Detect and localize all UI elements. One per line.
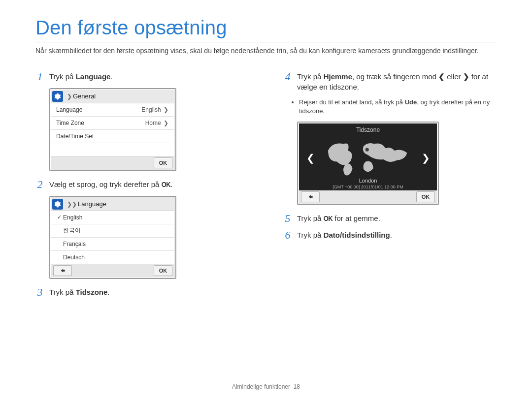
menu-item-value: English <box>141 106 161 113</box>
gear-icon <box>52 199 63 210</box>
menu-item-value: Home <box>145 120 161 126</box>
step-text: Tryk på <box>49 72 76 81</box>
option-label: Deutsch <box>63 254 85 261</box>
chevron-left-icon: ❮ <box>438 72 445 81</box>
map-area[interactable]: Tidszone ❮ ❯ London [GMT +00:00] 201 <box>299 123 437 190</box>
step-text: Tryk på <box>297 72 324 81</box>
step-number: 5 <box>283 213 292 224</box>
chevron-right-icon: ❯ <box>164 120 168 126</box>
menu-item-label: Language <box>56 106 82 113</box>
option-english[interactable]: ✓ English <box>51 211 174 224</box>
step-text: Tryk på <box>297 214 324 222</box>
step-2: 2 Vælg et sprog, og tryk derefter på OK. <box>35 179 249 190</box>
intro-text: Når skærmbilledet for den første opsætni… <box>35 46 497 56</box>
city-label: London <box>299 178 437 184</box>
screenshot-timezone-map: Tidszone ❮ ❯ London [GMT +00:00] 201 <box>297 122 439 205</box>
menu-footer: OK <box>299 190 437 203</box>
check-icon: ✓ <box>57 214 63 220</box>
page-title: Den første opsætning <box>35 17 497 42</box>
footer-chapter: Almindelige funktioner <box>232 383 290 390</box>
gear-icon <box>52 91 63 102</box>
svg-point-0 <box>366 148 369 152</box>
option-francais[interactable]: Français <box>51 238 174 251</box>
map-title: Tidszone <box>299 123 437 133</box>
step-number: 2 <box>35 179 44 190</box>
ok-glyph: OK <box>162 180 171 190</box>
ok-button[interactable]: OK <box>416 191 435 202</box>
step-number: 3 <box>35 287 44 298</box>
menu-item-timezone[interactable]: Time Zone Home ❯ <box>51 117 174 130</box>
step-1: 1 Tryk på Language. <box>35 71 249 82</box>
footer-page-number: 18 <box>294 383 300 390</box>
breadcrumb-chevron-icon: ❯ <box>67 93 72 100</box>
page-footer: Almindelige funktioner 18 <box>0 383 532 390</box>
step-text: . <box>110 72 112 81</box>
step-5: 5 Tryk på OK for at gemme. <box>283 213 497 224</box>
step-6: 6 Tryk på Dato/tidsindstilling. <box>283 230 497 241</box>
step-text: for at gemme. <box>332 214 380 222</box>
step-text: . <box>390 231 392 239</box>
step-text: Vælg et sprog, og tryk derefter på <box>49 180 162 188</box>
screenshot-language-list: ❯❯ Language ✓ English 한국어 Français <box>49 196 176 279</box>
step-text: , og træk så fingeren mod <box>352 72 438 81</box>
step-text: . <box>107 288 109 296</box>
menu-item-label: Time Zone <box>56 120 84 126</box>
note-text: Rejser du til et andet land, så tryk på <box>299 98 405 106</box>
ok-button[interactable]: OK <box>154 157 172 168</box>
world-map-icon <box>324 137 412 182</box>
option-deutsch[interactable]: Deutsch <box>51 251 174 264</box>
breadcrumb: General <box>73 93 96 100</box>
map-prev-button[interactable]: ❮ <box>304 149 317 167</box>
step-bold: Language <box>76 72 111 81</box>
option-korean[interactable]: 한국어 <box>51 224 174 238</box>
menu-item-datetime[interactable]: Date/Time Set <box>51 130 174 143</box>
map-next-button[interactable]: ❯ <box>419 149 432 167</box>
option-label: English <box>63 214 82 221</box>
chevron-right-icon: ❯ <box>463 72 469 81</box>
step-bold: Hjemme <box>324 72 352 81</box>
step-number: 1 <box>35 71 44 82</box>
step-number: 6 <box>283 230 292 241</box>
step-text: Tryk på <box>49 288 76 296</box>
timezone-meta: [GMT +00:00] 2011/01/01 12:00 PM <box>299 185 437 189</box>
menu-footer: OK <box>51 264 174 277</box>
menu-item-language[interactable]: Language English ❯ <box>51 103 174 117</box>
back-button[interactable] <box>53 265 72 276</box>
step-bold: Tidszone <box>76 288 108 296</box>
ok-button[interactable]: OK <box>154 265 172 276</box>
step-text: . <box>170 180 172 188</box>
chevron-right-icon: ❯ <box>164 106 168 113</box>
option-label: Français <box>63 241 86 247</box>
breadcrumb-chevron-icon: ❯❯ <box>67 201 77 208</box>
step-text: eller <box>445 72 463 81</box>
step-bold: Dato/tidsindstilling <box>324 231 390 239</box>
menu-header: ❯ General <box>51 90 174 103</box>
note-bold: Ude <box>405 98 417 106</box>
step-text: Tryk på <box>297 231 324 239</box>
menu-item-label: Date/Time Set <box>56 133 94 140</box>
step-4-note: Rejser du til et andet land, så tryk på … <box>299 98 497 116</box>
menu-footer: OK <box>51 156 174 169</box>
step-4: 4 Tryk på Hjemme, og træk så fingeren mo… <box>283 71 497 92</box>
step-number: 4 <box>283 71 292 92</box>
option-label: 한국어 <box>63 226 81 235</box>
step-3: 3 Tryk på Tidszone. <box>35 287 249 298</box>
menu-header: ❯❯ Language <box>51 198 174 211</box>
ok-glyph: OK <box>324 214 333 224</box>
back-button[interactable] <box>301 191 320 202</box>
breadcrumb: Language <box>78 200 106 208</box>
screenshot-general-menu: ❯ General Language English ❯ Time Zone H… <box>49 88 176 171</box>
